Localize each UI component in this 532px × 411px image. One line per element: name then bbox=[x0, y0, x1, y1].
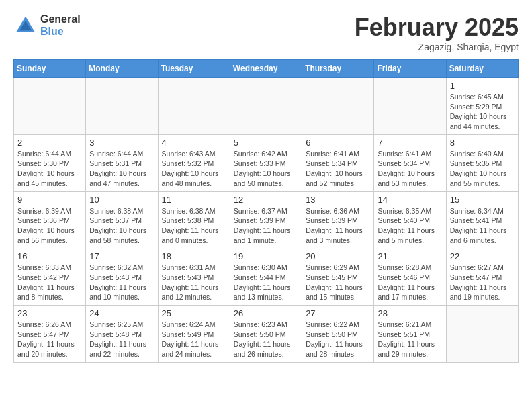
day-info: Sunrise: 6:23 AM Sunset: 5:50 PM Dayligh… bbox=[234, 320, 298, 359]
calendar-cell: 5Sunrise: 6:42 AM Sunset: 5:33 PM Daylig… bbox=[230, 134, 302, 191]
calendar-week-row: 2Sunrise: 6:44 AM Sunset: 5:30 PM Daylig… bbox=[14, 134, 519, 191]
weekday-header: Friday bbox=[374, 60, 446, 78]
month-title: February 2025 bbox=[355, 13, 519, 42]
calendar-week-row: 9Sunrise: 6:39 AM Sunset: 5:36 PM Daylig… bbox=[14, 191, 519, 248]
day-number: 14 bbox=[378, 195, 442, 205]
day-number: 20 bbox=[306, 251, 370, 261]
day-number: 13 bbox=[306, 195, 370, 205]
calendar-cell: 22Sunrise: 6:27 AM Sunset: 5:47 PM Dayli… bbox=[446, 248, 518, 306]
day-number: 2 bbox=[17, 138, 82, 148]
calendar-cell bbox=[374, 78, 446, 135]
day-number: 15 bbox=[450, 195, 515, 205]
day-info: Sunrise: 6:27 AM Sunset: 5:47 PM Dayligh… bbox=[450, 263, 515, 302]
calendar-cell: 15Sunrise: 6:34 AM Sunset: 5:41 PM Dayli… bbox=[446, 191, 518, 248]
day-number: 10 bbox=[89, 195, 154, 205]
day-info: Sunrise: 6:34 AM Sunset: 5:41 PM Dayligh… bbox=[450, 206, 515, 246]
day-info: Sunrise: 6:36 AM Sunset: 5:39 PM Dayligh… bbox=[306, 206, 370, 246]
day-number: 12 bbox=[234, 195, 298, 205]
calendar-cell: 2Sunrise: 6:44 AM Sunset: 5:30 PM Daylig… bbox=[14, 134, 86, 191]
day-info: Sunrise: 6:45 AM Sunset: 5:29 PM Dayligh… bbox=[450, 92, 515, 132]
calendar-cell bbox=[230, 78, 302, 135]
weekday-header: Wednesday bbox=[230, 60, 302, 78]
calendar-week-row: 16Sunrise: 6:33 AM Sunset: 5:42 PM Dayli… bbox=[14, 248, 519, 306]
day-number: 7 bbox=[378, 138, 442, 148]
calendar-cell: 7Sunrise: 6:41 AM Sunset: 5:34 PM Daylig… bbox=[374, 134, 446, 191]
day-number: 11 bbox=[162, 195, 226, 205]
day-number: 21 bbox=[378, 251, 442, 261]
day-number: 16 bbox=[17, 251, 82, 261]
calendar-cell: 3Sunrise: 6:44 AM Sunset: 5:31 PM Daylig… bbox=[86, 134, 158, 191]
day-info: Sunrise: 6:33 AM Sunset: 5:42 PM Dayligh… bbox=[17, 263, 82, 302]
logo-blue: Blue bbox=[40, 26, 81, 38]
day-info: Sunrise: 6:35 AM Sunset: 5:40 PM Dayligh… bbox=[378, 206, 442, 246]
calendar-cell: 13Sunrise: 6:36 AM Sunset: 5:39 PM Dayli… bbox=[302, 191, 374, 248]
day-info: Sunrise: 6:29 AM Sunset: 5:45 PM Dayligh… bbox=[306, 263, 370, 302]
logo: General Blue bbox=[13, 13, 81, 38]
day-number: 8 bbox=[450, 138, 515, 148]
calendar-cell bbox=[446, 306, 518, 363]
logo-general: General bbox=[40, 13, 81, 26]
title-block: February 2025 Zagazig, Sharqia, Egypt bbox=[355, 13, 519, 52]
day-number: 4 bbox=[162, 138, 226, 148]
day-info: Sunrise: 6:41 AM Sunset: 5:34 PM Dayligh… bbox=[306, 149, 370, 189]
location: Zagazig, Sharqia, Egypt bbox=[355, 42, 519, 52]
day-info: Sunrise: 6:44 AM Sunset: 5:30 PM Dayligh… bbox=[17, 149, 82, 189]
calendar-cell: 1Sunrise: 6:45 AM Sunset: 5:29 PM Daylig… bbox=[446, 78, 518, 135]
weekday-header: Monday bbox=[86, 60, 158, 78]
day-number: 24 bbox=[89, 308, 154, 318]
day-info: Sunrise: 6:41 AM Sunset: 5:34 PM Dayligh… bbox=[378, 149, 442, 189]
day-number: 22 bbox=[450, 251, 515, 261]
day-info: Sunrise: 6:31 AM Sunset: 5:43 PM Dayligh… bbox=[162, 263, 226, 302]
calendar-cell: 24Sunrise: 6:25 AM Sunset: 5:48 PM Dayli… bbox=[86, 306, 158, 363]
weekday-header: Tuesday bbox=[158, 60, 230, 78]
day-info: Sunrise: 6:24 AM Sunset: 5:49 PM Dayligh… bbox=[162, 320, 226, 359]
weekday-header: Thursday bbox=[302, 60, 374, 78]
calendar-cell: 26Sunrise: 6:23 AM Sunset: 5:50 PM Dayli… bbox=[230, 306, 302, 363]
calendar-cell: 18Sunrise: 6:31 AM Sunset: 5:43 PM Dayli… bbox=[158, 248, 230, 306]
calendar-cell: 25Sunrise: 6:24 AM Sunset: 5:49 PM Dayli… bbox=[158, 306, 230, 363]
calendar-cell: 27Sunrise: 6:22 AM Sunset: 5:50 PM Dayli… bbox=[302, 306, 374, 363]
day-info: Sunrise: 6:38 AM Sunset: 5:37 PM Dayligh… bbox=[89, 206, 154, 246]
day-number: 1 bbox=[450, 81, 515, 91]
day-info: Sunrise: 6:40 AM Sunset: 5:35 PM Dayligh… bbox=[450, 149, 515, 189]
day-info: Sunrise: 6:42 AM Sunset: 5:33 PM Dayligh… bbox=[234, 149, 298, 189]
calendar-cell: 6Sunrise: 6:41 AM Sunset: 5:34 PM Daylig… bbox=[302, 134, 374, 191]
day-number: 27 bbox=[306, 308, 370, 318]
weekday-header: Saturday bbox=[446, 60, 518, 78]
day-number: 17 bbox=[89, 251, 154, 261]
day-info: Sunrise: 6:38 AM Sunset: 5:38 PM Dayligh… bbox=[162, 206, 226, 246]
day-number: 23 bbox=[17, 308, 82, 318]
calendar-cell: 14Sunrise: 6:35 AM Sunset: 5:40 PM Dayli… bbox=[374, 191, 446, 248]
calendar-cell bbox=[158, 78, 230, 135]
calendar-cell: 8Sunrise: 6:40 AM Sunset: 5:35 PM Daylig… bbox=[446, 134, 518, 191]
calendar-cell: 9Sunrise: 6:39 AM Sunset: 5:36 PM Daylig… bbox=[14, 191, 86, 248]
day-number: 6 bbox=[306, 138, 370, 148]
logo-text: General Blue bbox=[40, 13, 81, 37]
calendar-header-row: SundayMondayTuesdayWednesdayThursdayFrid… bbox=[14, 60, 519, 78]
calendar-cell: 28Sunrise: 6:21 AM Sunset: 5:51 PM Dayli… bbox=[374, 306, 446, 363]
calendar-cell: 21Sunrise: 6:28 AM Sunset: 5:46 PM Dayli… bbox=[374, 248, 446, 306]
day-number: 26 bbox=[234, 308, 298, 318]
calendar-cell: 10Sunrise: 6:38 AM Sunset: 5:37 PM Dayli… bbox=[86, 191, 158, 248]
day-info: Sunrise: 6:44 AM Sunset: 5:31 PM Dayligh… bbox=[89, 149, 154, 189]
calendar-table: SundayMondayTuesdayWednesdayThursdayFrid… bbox=[13, 59, 519, 363]
calendar-week-row: 23Sunrise: 6:26 AM Sunset: 5:47 PM Dayli… bbox=[14, 306, 519, 363]
calendar-cell: 11Sunrise: 6:38 AM Sunset: 5:38 PM Dayli… bbox=[158, 191, 230, 248]
calendar-cell: 17Sunrise: 6:32 AM Sunset: 5:43 PM Dayli… bbox=[86, 248, 158, 306]
day-info: Sunrise: 6:22 AM Sunset: 5:50 PM Dayligh… bbox=[306, 320, 370, 359]
calendar-cell: 4Sunrise: 6:43 AM Sunset: 5:32 PM Daylig… bbox=[158, 134, 230, 191]
day-info: Sunrise: 6:43 AM Sunset: 5:32 PM Dayligh… bbox=[162, 149, 226, 189]
day-number: 25 bbox=[162, 308, 226, 318]
calendar-cell: 12Sunrise: 6:37 AM Sunset: 5:39 PM Dayli… bbox=[230, 191, 302, 248]
calendar-cell bbox=[302, 78, 374, 135]
day-info: Sunrise: 6:21 AM Sunset: 5:51 PM Dayligh… bbox=[378, 320, 442, 359]
day-number: 9 bbox=[17, 195, 82, 205]
day-info: Sunrise: 6:28 AM Sunset: 5:46 PM Dayligh… bbox=[378, 263, 442, 302]
day-info: Sunrise: 6:30 AM Sunset: 5:44 PM Dayligh… bbox=[234, 263, 298, 302]
day-number: 3 bbox=[89, 138, 154, 148]
day-info: Sunrise: 6:37 AM Sunset: 5:39 PM Dayligh… bbox=[234, 206, 298, 246]
day-number: 28 bbox=[378, 308, 442, 318]
day-number: 5 bbox=[234, 138, 298, 148]
logo-icon bbox=[13, 13, 38, 38]
calendar-week-row: 1Sunrise: 6:45 AM Sunset: 5:29 PM Daylig… bbox=[14, 78, 519, 135]
